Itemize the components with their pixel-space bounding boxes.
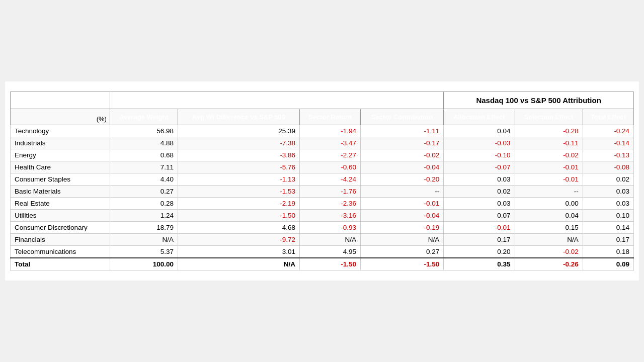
allocation-effect-cell: -0.07: [444, 161, 515, 173]
row-label: Financials: [11, 234, 110, 246]
allocation-effect-cell: 0.04: [444, 125, 515, 137]
sector-contribution-cell: -0.02: [361, 149, 444, 161]
sector-return-cell: -0.60: [300, 161, 361, 173]
sector-contribution-cell: -1.11: [361, 125, 444, 137]
avg-wt-diff-cell: -1.53: [178, 186, 300, 198]
avg-weight-header: Average Weight: [110, 109, 178, 125]
row-label: Utilities: [11, 210, 110, 222]
empty-corner: [11, 92, 110, 109]
sector-return-cell: -4.24: [300, 173, 361, 186]
sector-return-cell: -0.93: [300, 222, 361, 234]
avg-wt-diff-cell: 4.68: [178, 222, 300, 234]
total-effect-cell: -0.24: [583, 125, 633, 137]
main-container: Nasdaq 100 Nasdaq 100 vs S&P 500 Attribu…: [5, 81, 639, 281]
sector-return-cell: -3.47: [300, 137, 361, 149]
avg-weight-cell: 18.79: [110, 222, 178, 234]
allocation-effect-cell: 0.02: [444, 186, 515, 198]
allocation-effect-cell: 0.03: [444, 173, 515, 186]
sector-return-cell: -1.76: [300, 186, 361, 198]
avg-wt-diff-cell: -1.13: [178, 173, 300, 186]
sector-return-cell: 4.95: [300, 246, 361, 258]
selection-effect-cell: -0.01: [515, 161, 583, 173]
row-label: Real Estate: [11, 198, 110, 210]
table-row: Technology56.9825.39-1.94-1.110.04-0.28-…: [11, 125, 634, 137]
sector-return-header: Sector Return: [300, 109, 361, 125]
avg-wt-diff-cell: 25.39: [178, 125, 300, 137]
allocation-effect-cell: 0.20: [444, 246, 515, 258]
label-header: (%): [11, 109, 110, 125]
selection-effect-cell: --: [515, 186, 583, 198]
total-cell: N/A: [178, 258, 300, 270]
total-effect-cell: 0.10: [583, 210, 633, 222]
avg-wt-diff-cell: 3.01: [178, 246, 300, 258]
row-label: Consumer Discretionary: [11, 222, 110, 234]
total-effect-cell: -0.14: [583, 137, 633, 149]
total-cell: 0.35: [444, 258, 515, 270]
avg-weight-cell: 0.28: [110, 198, 178, 210]
attribution-header: Nasdaq 100 vs S&P 500 Attribution: [444, 92, 634, 109]
avg-weight-cell: 0.27: [110, 186, 178, 198]
table-row: Consumer Staples4.40-1.13-4.24-0.200.03-…: [11, 173, 634, 186]
sector-contribution-cell: -0.20: [361, 173, 444, 186]
selection-effect-cell: N/A: [515, 234, 583, 246]
row-label: Telecommunications: [11, 246, 110, 258]
row-label: Energy: [11, 149, 110, 161]
avg-weight-cell: 5.37: [110, 246, 178, 258]
total-effect-cell: 0.17: [583, 234, 633, 246]
table-row: Basic Materials0.27-1.53-1.76--0.02--0.0…: [11, 186, 634, 198]
avg-wt-diff-cell: -2.19: [178, 198, 300, 210]
avg-weight-cell: 4.88: [110, 137, 178, 149]
table-row: Consumer Discretionary18.794.68-0.93-0.1…: [11, 222, 634, 234]
total-cell: 0.09: [583, 258, 633, 270]
sector-return-cell: -1.94: [300, 125, 361, 137]
sector-contribution-cell: -0.19: [361, 222, 444, 234]
avg-weight-cell: 0.68: [110, 149, 178, 161]
sector-return-cell: -2.36: [300, 198, 361, 210]
total-effect-header: Total Effect: [583, 109, 633, 125]
avg-weight-cell: N/A: [110, 234, 178, 246]
total-effect-cell: 0.02: [583, 173, 633, 186]
selection-effect-cell: 0.04: [515, 210, 583, 222]
row-label: Technology: [11, 125, 110, 137]
avg-wt-diff-cell: -9.72: [178, 234, 300, 246]
allocation-effect-cell: 0.07: [444, 210, 515, 222]
sector-contribution-cell: -0.04: [361, 161, 444, 173]
table-row: FinancialsN/A-9.72N/AN/A0.17N/A0.17: [11, 234, 634, 246]
table-row: Health Care7.11-5.76-0.60-0.04-0.07-0.01…: [11, 161, 634, 173]
row-label: Health Care: [11, 161, 110, 173]
allocation-effect-cell: -0.10: [444, 149, 515, 161]
row-label: Basic Materials: [11, 186, 110, 198]
attribution-table: Nasdaq 100 Nasdaq 100 vs S&P 500 Attribu…: [10, 92, 634, 270]
avg-weight-cell: 56.98: [110, 125, 178, 137]
sector-contribution-cell: --: [361, 186, 444, 198]
table-row: Industrials4.88-7.38-3.47-0.17-0.03-0.11…: [11, 137, 634, 149]
sector-contribution-cell: -0.17: [361, 137, 444, 149]
total-effect-cell: -0.13: [583, 149, 633, 161]
selection-effect-cell: -0.02: [515, 149, 583, 161]
allocation-effect-cell: 0.17: [444, 234, 515, 246]
total-row: Total100.00N/A-1.50-1.500.35-0.260.09: [11, 258, 634, 270]
sector-return-cell: N/A: [300, 234, 361, 246]
avg-weight-cell: 1.24: [110, 210, 178, 222]
table-row: Utilities1.24-1.50-3.16-0.040.070.040.10: [11, 210, 634, 222]
allocation-effect-cell: -0.01: [444, 222, 515, 234]
sector-return-cell: -3.16: [300, 210, 361, 222]
total-cell: -1.50: [300, 258, 361, 270]
sector-contribution-cell: 0.27: [361, 246, 444, 258]
avg-wt-diff-cell: -5.76: [178, 161, 300, 173]
selection-effect-header: Selection Effect: [515, 109, 583, 125]
selection-effect-cell: -0.11: [515, 137, 583, 149]
total-cell: 100.00: [110, 258, 178, 270]
row-label: Consumer Staples: [11, 173, 110, 186]
row-label: Industrials: [11, 137, 110, 149]
avg-wt-diff-cell: -7.38: [178, 137, 300, 149]
allocation-effect-cell: -0.03: [444, 137, 515, 149]
avg-weight-cell: 7.11: [110, 161, 178, 173]
total-effect-cell: -0.08: [583, 161, 633, 173]
total-effect-cell: 0.03: [583, 186, 633, 198]
sector-contribution-cell: -0.04: [361, 210, 444, 222]
total-effect-cell: 0.18: [583, 246, 633, 258]
total-cell: Total: [11, 258, 110, 270]
table-row: Real Estate0.28-2.19-2.36-0.010.030.000.…: [11, 198, 634, 210]
selection-effect-cell: -0.01: [515, 173, 583, 186]
